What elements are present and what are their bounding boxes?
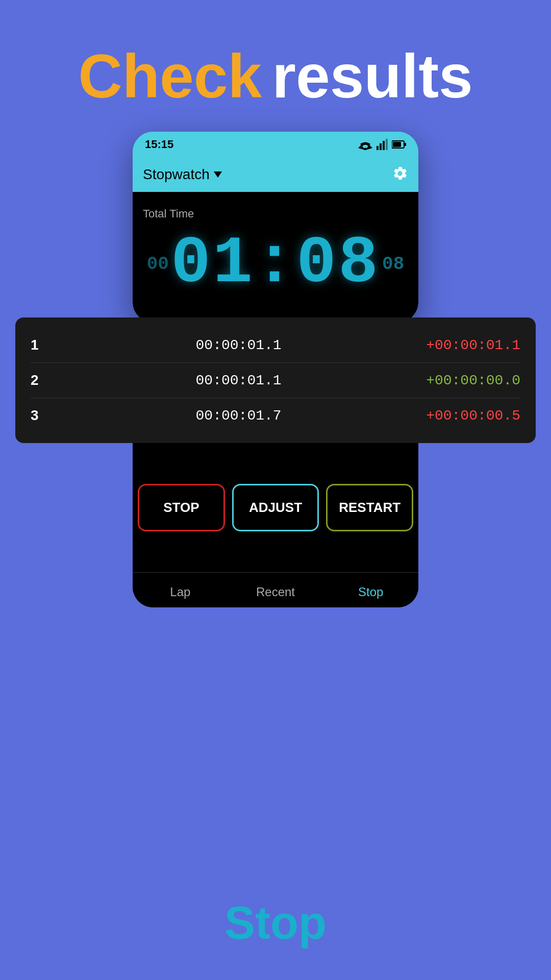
action-buttons: STOP ADJUST RESTART	[133, 474, 418, 542]
lap-number-1: 1	[31, 337, 51, 353]
bottom-nav: Lap Recent Stop	[133, 572, 418, 607]
clock-seconds-small: 08	[382, 254, 404, 275]
app-bar: Stopwatch	[133, 157, 418, 192]
stop-button[interactable]: STOP	[138, 484, 225, 531]
svg-rect-9	[405, 143, 406, 146]
lap-row: 1 00:00:01.1 +00:00:01.1	[31, 328, 520, 363]
battery-icon	[392, 140, 406, 149]
nav-recent-label: Recent	[256, 585, 295, 599]
status-bar: 15:15	[133, 132, 418, 157]
lap-diff-2: +00:00:00.0	[426, 373, 520, 388]
svg-rect-5	[380, 143, 382, 150]
restart-button[interactable]: RESTART	[326, 484, 413, 531]
lap-time-1: 00:00:01.1	[196, 337, 282, 353]
app-title: Stopwatch	[143, 166, 210, 183]
signal-icon	[377, 139, 388, 150]
clock-main: 01:08	[171, 231, 380, 297]
adjust-button[interactable]: ADJUST	[232, 484, 319, 531]
outer-stop-label: Stop	[224, 897, 327, 948]
page-header: Checkresults	[0, 0, 551, 132]
svg-rect-10	[393, 142, 401, 147]
lap-list: 1 00:00:01.1 +00:00:01.1 2 00:00:01.1 +0…	[15, 317, 536, 443]
status-icons	[358, 139, 406, 150]
main-display: Total Time 00 01:08 08	[133, 192, 418, 312]
app-title-container[interactable]: Stopwatch	[143, 166, 222, 183]
total-time-label: Total Time	[143, 207, 408, 220]
lap-time-3: 00:00:01.7	[196, 408, 282, 424]
header-check: Check	[78, 42, 262, 110]
nav-lap[interactable]: Lap	[133, 581, 228, 603]
nav-stop-label: Stop	[358, 585, 383, 599]
svg-rect-6	[383, 141, 385, 150]
lap-row: 3 00:00:01.7 +00:00:00.5	[31, 398, 520, 433]
lap-number-2: 2	[31, 372, 51, 388]
header-results: results	[272, 42, 473, 110]
nav-lap-label: Lap	[170, 585, 190, 599]
svg-rect-4	[377, 146, 379, 150]
clock-hours-small: 00	[147, 254, 169, 275]
nav-recent[interactable]: Recent	[228, 581, 323, 603]
dropdown-arrow-icon[interactable]	[214, 172, 222, 178]
spacer-2	[133, 443, 418, 474]
clock-display: 00 01:08 08	[143, 226, 408, 302]
phone-frame: 15:15	[133, 132, 418, 323]
svg-rect-7	[386, 139, 388, 150]
settings-button[interactable]	[392, 165, 408, 184]
wifi-icon	[358, 139, 372, 150]
lap-time-2: 00:00:01.1	[196, 373, 282, 388]
spacer-3	[133, 542, 418, 572]
status-time: 15:15	[145, 138, 173, 151]
lap-number-3: 3	[31, 407, 51, 424]
nav-stop[interactable]: Stop	[323, 581, 418, 603]
lap-row: 2 00:00:01.1 +00:00:00.0	[31, 363, 520, 398]
lap-diff-3: +00:00:00.5	[426, 408, 520, 424]
outer-stop-area: Stop	[0, 897, 551, 949]
lap-diff-1: +00:00:01.1	[426, 337, 520, 353]
